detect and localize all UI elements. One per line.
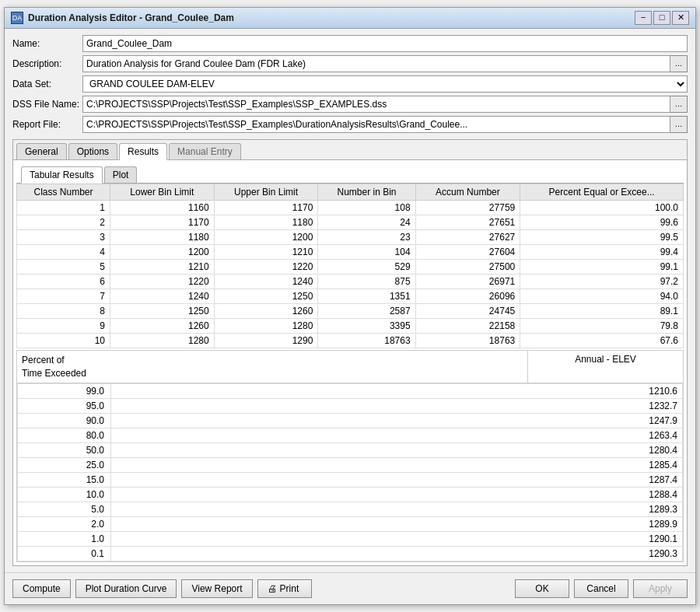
list-item: 99.01210.6 [18,384,683,399]
view-report-button[interactable]: View Report [181,579,252,598]
tab-general[interactable]: General [16,143,67,159]
dss-field-container: … [82,96,688,113]
footer-left-buttons: Compute Plot Duration Curve View Report … [12,579,312,598]
lower-table-header: Percent of Time Exceeded Annual - ELEV [17,351,683,384]
col-header-lower-bin: Lower Bin Limit [110,184,215,200]
col-header-percent: Percent Equal or Excee... [520,184,684,200]
report-row: Report File: … [12,116,688,133]
list-item: 0.11290.3 [18,547,683,561]
dss-input[interactable] [82,96,670,113]
col-header-number-in-bin: Number in Bin [318,184,415,200]
form-content: Name: Description: … Data Set: GRAND COU… [5,29,695,573]
printer-icon: 🖨 [268,583,277,594]
list-item: 2.01289.9 [18,517,683,532]
report-input[interactable] [82,116,670,133]
dss-label: DSS File Name: [12,99,82,110]
name-row: Name: [12,35,688,52]
table-row: 11160117010827759100.0 [17,200,684,215]
dataset-select[interactable]: GRAND COULEE DAM-ELEV [82,75,688,93]
description-label: Description: [12,58,82,69]
main-tabs-header: General Options Results Manual Entry [13,140,687,160]
lower-data-table: 99.01210.695.01232.790.01247.980.01263.4… [17,383,683,561]
list-item: 15.01287.4 [18,473,683,488]
minimize-button[interactable]: − [635,11,652,25]
description-row: Description: … [12,55,688,72]
compute-button[interactable]: Compute [12,579,71,598]
dss-browse-button[interactable]: … [670,96,688,113]
dss-row: DSS File Name: … [12,96,688,113]
table-row: 6122012408752697197.2 [17,274,684,289]
lower-table-section: Percent of Time Exceeded Annual - ELEV 9… [16,350,684,563]
lower-header-right: Annual - ELEV [527,351,683,383]
tab-results[interactable]: Results [119,143,167,160]
description-input[interactable] [82,55,670,72]
table-row: 311801200232762799.5 [17,229,684,244]
lower-header-line1: Percent of [22,354,523,367]
name-label: Name: [12,38,82,49]
list-item: 90.01247.9 [18,414,683,428]
table-row: 211701180242765199.6 [17,215,684,229]
main-tabs-container: General Options Results Manual Entry Tab… [12,139,688,567]
subtabs-header: Tabular Results Plot [16,163,684,184]
app-icon: DA [11,12,23,24]
footer: Compute Plot Duration Curve View Report … [5,572,695,604]
table-row: 71240125013512609694.0 [17,289,684,303]
table-row: 91260128033952215879.8 [17,318,684,333]
dataset-label: Data Set: [12,79,82,89]
report-browse-button[interactable]: … [670,116,688,133]
maximize-button[interactable]: □ [653,11,670,25]
description-browse-button[interactable]: … [670,55,688,72]
list-item: 5.01289.3 [18,502,683,517]
apply-button[interactable]: Apply [633,579,688,598]
col-header-upper-bin: Upper Bin Limit [214,184,318,200]
footer-right-buttons: OK Cancel Apply [515,579,688,598]
results-tab-content: Tabular Results Plot Class Number Lower … [13,160,687,566]
dataset-dropdown-container: GRAND COULEE DAM-ELEV [82,75,688,93]
tab-manual-entry[interactable]: Manual Entry [169,143,241,159]
cancel-button[interactable]: Cancel [574,579,628,598]
col-header-class-number: Class Number [17,184,110,200]
col-header-accum-number: Accum Number [415,184,520,200]
list-item: 95.01232.7 [18,399,683,414]
main-data-table: Class Number Lower Bin Limit Upper Bin L… [16,184,684,348]
name-input[interactable] [82,35,688,52]
table-row: 1012801290187631876367.6 [17,333,684,348]
close-button[interactable]: ✕ [672,11,689,25]
main-data-table-container: Class Number Lower Bin Limit Upper Bin L… [16,184,684,348]
window-controls: − □ ✕ [635,11,689,25]
plot-duration-curve-button[interactable]: Plot Duration Curve [75,579,177,598]
lower-header-line2: Time Exceeded [22,367,523,380]
print-button[interactable]: 🖨 Print [257,579,312,598]
tab-options[interactable]: Options [68,143,117,159]
table-row: 4120012101042760499.4 [17,244,684,259]
list-item: 10.01288.4 [18,488,683,502]
ok-button[interactable]: OK [515,579,569,598]
description-field-container: … [82,55,688,72]
window-title: Duration Analysis Editor - Grand_Coulee_… [28,12,234,23]
list-item: 50.01280.4 [18,443,683,458]
table-row: 81250126025872474589.1 [17,303,684,318]
report-label: Report File: [12,119,82,130]
lower-header-left: Percent of Time Exceeded [17,351,527,383]
subtab-plot[interactable]: Plot [104,166,138,183]
report-field-container: … [82,116,688,133]
list-item: 1.01290.1 [18,532,683,547]
title-bar: DA Duration Analysis Editor - Grand_Coul… [5,8,695,29]
list-item: 25.01285.4 [18,458,683,473]
subtab-tabular-results[interactable]: Tabular Results [21,166,103,184]
dataset-row: Data Set: GRAND COULEE DAM-ELEV [12,75,688,93]
main-window: DA Duration Analysis Editor - Grand_Coul… [4,7,696,606]
list-item: 80.01263.4 [18,428,683,443]
title-bar-left: DA Duration Analysis Editor - Grand_Coul… [11,12,234,24]
table-row: 5121012205292750099.1 [17,259,684,274]
